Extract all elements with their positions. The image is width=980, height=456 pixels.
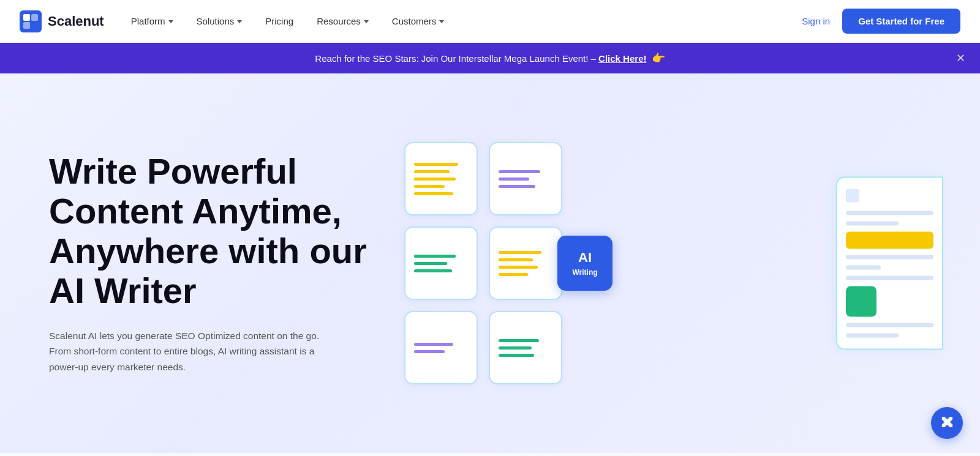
panel-line — [846, 266, 881, 270]
nav-label-customers: Customers — [392, 16, 437, 26]
ai-writing-badge: AI Writing — [557, 236, 612, 291]
line-decoration — [499, 266, 538, 269]
signin-link[interactable]: Sign in — [802, 16, 830, 26]
line-decoration — [414, 343, 453, 346]
line-decoration — [499, 258, 533, 261]
nav-right: Sign in Get Started for Free — [802, 9, 960, 34]
chevron-down-icon — [168, 20, 173, 23]
line-decoration — [414, 178, 456, 181]
navbar: Scalenut Platform Solutions Pricing Reso… — [0, 0, 980, 43]
chevron-down-icon — [237, 20, 242, 23]
banner-text: Reach for the SEO Stars: Join Our Inters… — [315, 51, 665, 65]
get-started-button[interactable]: Get Started for Free — [842, 9, 960, 34]
ai-badge-sub-text: Writing — [572, 268, 597, 277]
svg-rect-1 — [23, 14, 30, 21]
hero-illustration: AI Writing — [368, 98, 943, 428]
nav-item-customers[interactable]: Customers — [382, 11, 454, 31]
hero-section: Write Powerful Content Anytime, Anywhere… — [0, 73, 980, 453]
chevron-down-icon — [439, 20, 444, 23]
banner-link[interactable]: Click Here! — [598, 53, 646, 64]
doc-card-purple-2 — [404, 311, 478, 384]
panel-green-image — [846, 286, 876, 317]
doc-card-purple — [489, 142, 562, 215]
panel-line — [846, 276, 933, 280]
hero-content: Write Powerful Content Anytime, Anywhere… — [49, 152, 368, 375]
line-decoration — [414, 170, 450, 173]
svg-rect-2 — [31, 14, 38, 21]
svg-rect-0 — [20, 10, 42, 32]
chat-button[interactable]: 🗙 — [931, 407, 963, 439]
nav-item-resources[interactable]: Resources — [307, 11, 379, 31]
panel-yellow-highlight — [846, 232, 933, 249]
banner-emoji: 👉 — [652, 52, 665, 64]
panel-line — [846, 222, 899, 226]
line-decoration — [414, 192, 453, 195]
doc-card-yellow-2 — [489, 226, 562, 300]
close-icon[interactable]: ✕ — [956, 51, 965, 65]
line-decoration — [499, 178, 529, 181]
panel-line — [846, 211, 933, 215]
announcement-banner: Reach for the SEO Stars: Join Our Inters… — [0, 43, 980, 73]
line-decoration — [499, 185, 535, 188]
line-decoration — [414, 163, 458, 166]
doc-card-green-2 — [489, 311, 562, 384]
logo-icon — [20, 10, 42, 32]
chat-icon: 🗙 — [940, 415, 954, 431]
line-decoration — [499, 273, 528, 276]
nav-label-platform: Platform — [131, 16, 165, 26]
line-decoration — [414, 350, 445, 353]
nav-item-pricing[interactable]: Pricing — [255, 11, 303, 31]
line-decoration — [499, 354, 534, 357]
panel-line — [846, 323, 933, 327]
nav-item-solutions[interactable]: Solutions — [187, 11, 252, 31]
line-decoration — [414, 269, 452, 272]
panel-icon — [846, 189, 859, 203]
line-decoration — [499, 339, 539, 342]
doc-card-green — [404, 226, 478, 300]
logo[interactable]: Scalenut — [20, 10, 104, 32]
line-decoration — [499, 251, 541, 254]
chevron-down-icon — [364, 20, 369, 23]
hero-subtitle: Scalenut AI lets you generate SEO Optimi… — [49, 328, 331, 375]
doc-cards-grid — [404, 142, 562, 384]
document-preview-panel — [836, 177, 943, 350]
logo-text: Scalenut — [48, 13, 104, 29]
line-decoration — [414, 185, 445, 188]
line-decoration — [499, 346, 532, 349]
nav-label-pricing: Pricing — [265, 16, 293, 26]
panel-line — [846, 334, 899, 338]
line-decoration — [414, 262, 447, 265]
ai-badge-main-text: AI — [578, 250, 592, 266]
hero-title: Write Powerful Content Anytime, Anywhere… — [49, 152, 368, 311]
svg-rect-3 — [23, 22, 30, 29]
panel-line — [846, 255, 933, 260]
nav-label-solutions: Solutions — [197, 16, 235, 26]
doc-card-yellow — [404, 142, 478, 215]
line-decoration — [499, 170, 540, 173]
line-decoration — [414, 255, 456, 258]
nav-label-resources: Resources — [317, 16, 361, 26]
nav-item-platform[interactable]: Platform — [121, 11, 183, 31]
nav-links: Platform Solutions Pricing Resources Cus… — [121, 11, 802, 31]
